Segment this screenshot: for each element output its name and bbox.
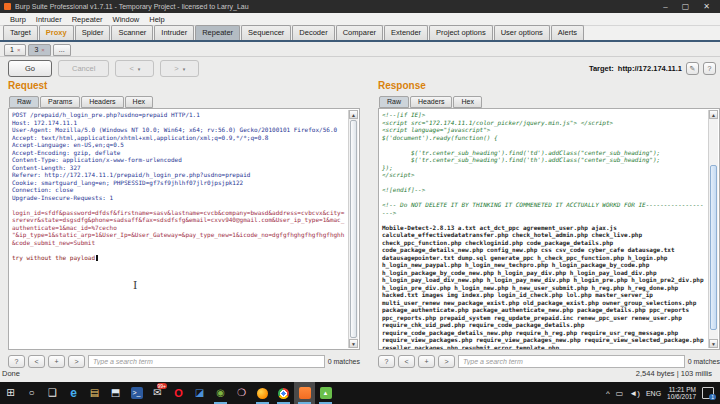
tab-target[interactable]: Target (3, 25, 38, 40)
firefox-browser-icon[interactable] (252, 382, 273, 404)
image-viewer-glyph: ▲ (320, 387, 332, 399)
clock[interactable]: 11:21 PM 10/6/2017 (667, 386, 696, 401)
edit-target-icon[interactable]: ✎ (686, 62, 699, 75)
search-next-button[interactable]: > (68, 355, 85, 368)
opera-browser-icon[interactable]: O (168, 382, 189, 404)
help-icon[interactable]: ? (703, 62, 716, 75)
response-scrollbar[interactable]: ▲ ▼ (708, 110, 718, 348)
repeater-tab-3[interactable]: 3× (28, 44, 50, 56)
request-tab-hex[interactable]: Hex (125, 96, 153, 108)
search-next-button[interactable]: > (438, 355, 455, 368)
tab-intruder[interactable]: Intruder (154, 25, 194, 40)
mail-app-icon[interactable]: ✉99+ (147, 382, 168, 404)
tab-user-options[interactable]: User options (494, 25, 550, 40)
code-line (382, 179, 706, 187)
request-tab-params[interactable]: Params (40, 96, 80, 108)
taskbar: ⊞○❑e▤⬒>_✉99+O◪◉❍▲ ^ ▭ ◄) ENG 11:21 PM 10… (0, 382, 720, 404)
image-viewer-icon[interactable]: ▲ (315, 382, 336, 404)
edge-browser-icon[interactable]: e (63, 382, 84, 404)
minimize-icon[interactable]: – (663, 0, 667, 13)
code-line: try without the payload (12, 254, 346, 262)
search-options-button[interactable]: + (48, 355, 65, 368)
chrome-browser-icon[interactable] (273, 382, 294, 404)
go-button[interactable]: Go (8, 60, 52, 77)
maximize-icon[interactable]: ▢ (682, 0, 690, 13)
scroll-thumb[interactable] (710, 165, 717, 330)
task-view-icon[interactable]: ❑ (42, 382, 63, 404)
tab-scanner[interactable]: Scanner (111, 25, 153, 40)
tab-alerts[interactable]: Alerts (551, 25, 584, 40)
search-prev-button[interactable]: < (398, 355, 415, 368)
code-line: Content-Length: 327 (12, 164, 346, 172)
request-tab-headers[interactable]: Headers (81, 96, 123, 108)
next-request-button[interactable]: >▾ (160, 60, 199, 77)
tab-repeater[interactable]: Repeater (195, 25, 240, 40)
tab-spider[interactable]: Spider (75, 25, 111, 40)
network-icon[interactable]: ▭ (616, 389, 624, 398)
remote-app-glyph: ◪ (195, 388, 204, 398)
search-help-button[interactable]: ? (8, 355, 25, 368)
match-count: 0 matches (688, 358, 720, 365)
mail-app-glyph: ✉ (153, 388, 161, 398)
scroll-up-icon[interactable]: ▲ (709, 110, 718, 119)
response-tab-raw[interactable]: Raw (379, 96, 409, 108)
scroll-down-icon[interactable]: ▼ (349, 339, 358, 348)
prev-request-button[interactable]: <▾ (115, 60, 154, 77)
request-tab-raw[interactable]: Raw (9, 96, 39, 108)
start-button-icon[interactable]: ⊞ (0, 382, 21, 404)
repeater-tab-1[interactable]: 1× (4, 44, 26, 56)
store-app-icon[interactable]: ⬒ (105, 382, 126, 404)
tab-proxy[interactable]: Proxy (39, 25, 74, 40)
tab-sequencer[interactable]: Sequencer (241, 25, 291, 40)
file-explorer-icon[interactable]: ▤ (84, 382, 105, 404)
response-viewer[interactable]: <!--[if IE]><script src="172.174.11.1/co… (378, 108, 720, 350)
cancel-button[interactable]: Cancel (58, 60, 109, 77)
scroll-thumb[interactable] (350, 120, 357, 338)
close-tab-icon[interactable]: × (17, 47, 21, 53)
search-options-button[interactable]: + (418, 355, 435, 368)
tab-comparer[interactable]: Comparer (336, 25, 383, 40)
volume-icon[interactable]: ◄) (629, 389, 640, 398)
code-line: <script language="javascript"> (382, 126, 706, 134)
response-stats: 2,544 bytes | 103 millis (636, 369, 712, 381)
search-prev-button[interactable]: < (28, 355, 45, 368)
response-tab-headers[interactable]: Headers (410, 96, 452, 108)
search-input[interactable] (458, 355, 685, 368)
search-help-button[interactable]: ? (378, 355, 395, 368)
request-scrollbar[interactable]: ▲ ▼ (348, 110, 358, 348)
cortana-search-icon[interactable]: ○ (21, 382, 42, 404)
taskbar-icons: ⊞○❑e▤⬒>_✉99+O◪◉❍▲ (0, 382, 336, 404)
hb-app-icon[interactable]: ◉ (210, 382, 231, 404)
scroll-down-icon[interactable]: ▼ (709, 339, 718, 348)
close-icon[interactable]: ✕ (703, 0, 710, 13)
match-count: 0 matches (328, 358, 360, 365)
response-tab-hex[interactable]: Hex (453, 96, 481, 108)
code-line (12, 201, 346, 209)
tray-chevron-icon[interactable]: ^ (606, 389, 610, 398)
menu-repeater[interactable]: Repeater (67, 15, 108, 24)
search-input[interactable] (88, 355, 325, 368)
close-tab-icon[interactable]: × (41, 47, 45, 53)
tab-project-options[interactable]: Project options (429, 25, 493, 40)
menu-burp[interactable]: Burp (5, 15, 31, 24)
code-line: Host: 172.174.11.1 (12, 119, 346, 127)
menu-help[interactable]: Help (144, 15, 169, 24)
repeater-tab-...[interactable]: ... (53, 44, 71, 56)
scroll-up-icon[interactable]: ▲ (349, 110, 358, 119)
burp-suite-icon[interactable] (294, 382, 315, 404)
tab-decoder[interactable]: Decoder (292, 25, 334, 40)
paint-app-icon[interactable]: ❍ (231, 382, 252, 404)
action-center-icon[interactable]: 1 (702, 387, 714, 399)
paint-app-glyph: ❍ (237, 388, 246, 398)
code-line (382, 141, 706, 149)
target-label: Target: (589, 64, 614, 73)
tab-extender[interactable]: Extender (384, 25, 428, 40)
powershell-icon[interactable]: >_ (126, 382, 147, 404)
menu-intruder[interactable]: Intruder (31, 15, 67, 24)
remote-app-icon[interactable]: ◪ (189, 382, 210, 404)
code-line: }); (382, 164, 706, 172)
menu-window[interactable]: Window (108, 15, 145, 24)
language-indicator[interactable]: ENG (646, 390, 661, 397)
request-editor[interactable]: POST /prepaid/h_login_pre.php?usdno=prep… (8, 108, 360, 350)
code-line: User-Agent: Mozilla/5.0 (Windows NT 10.0… (12, 126, 346, 134)
